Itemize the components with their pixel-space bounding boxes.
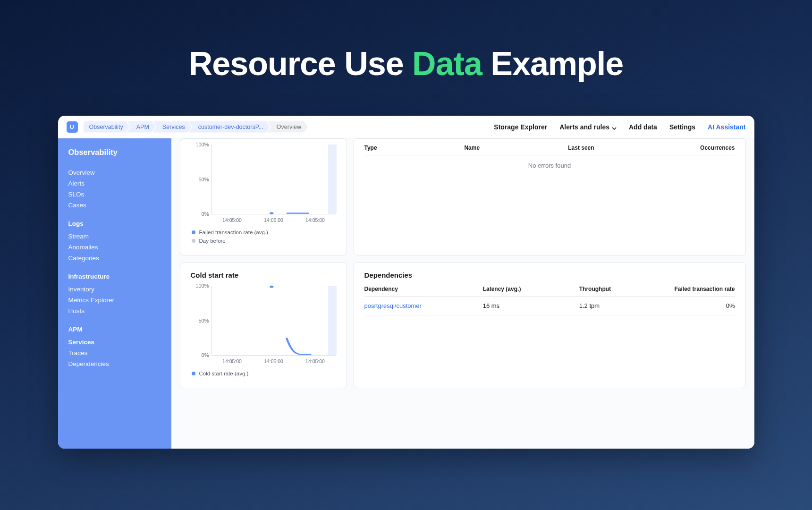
col-latency: Latency (avg.) <box>483 286 579 292</box>
legend-label: Cold start rate (avg.) <box>199 371 249 376</box>
breadcrumb-services[interactable]: Services <box>153 121 192 133</box>
x-tick: 14:05:00 <box>295 217 336 223</box>
sidebar-item-hosts[interactable]: Hosts <box>68 306 161 316</box>
col-type: Type <box>364 144 465 151</box>
sidebar-item-inventory[interactable]: Inventory <box>68 284 161 295</box>
sidebar: Observability Overview Alerts SLOs Cases… <box>58 138 171 449</box>
y-tick-50: 50% <box>191 177 209 182</box>
sidebar-item-cases[interactable]: Cases <box>68 200 161 211</box>
y-tick-100: 100% <box>191 283 209 289</box>
logo-badge[interactable]: U <box>67 121 78 133</box>
sidebar-item-alerts[interactable]: Alerts <box>68 178 161 189</box>
dependency-link[interactable]: posrtgresql/customer <box>364 302 483 309</box>
slide-title-post: Example <box>482 45 623 82</box>
legend-dot-icon <box>192 239 195 243</box>
sidebar-group-logs: Logs <box>68 220 161 227</box>
failed-chart-area: 100% 50% 0% <box>211 144 336 214</box>
failed-transaction-chart-card: 100% 50% 0% 14:05:00 14:05:00 14:05:00 <box>180 138 347 255</box>
cold-chart-area: 100% 50% 0% <box>211 286 336 356</box>
dependency-latency: 16 ms <box>483 302 579 309</box>
legend-label: Day before <box>199 238 226 244</box>
nav-ai-assistant[interactable]: AI Assistant <box>708 123 745 131</box>
errors-card: Type Name Last seen Occurrences No error… <box>354 138 746 255</box>
cold-chart-plot <box>212 286 336 355</box>
cold-chart-legend: Cold start rate (avg.) <box>192 371 336 376</box>
legend-label: Failed transaction rate (avg.) <box>199 230 268 235</box>
sidebar-item-metrics-explorer[interactable]: Metrics Explorer <box>68 295 161 306</box>
sidebar-item-overview[interactable]: Overview <box>68 167 161 178</box>
dependencies-title: Dependencies <box>364 271 735 279</box>
breadcrumb-apm[interactable]: APM <box>127 121 156 133</box>
sidebar-item-slos[interactable]: SLOs <box>68 189 161 200</box>
cold-chart-xticks: 14:05:00 14:05:00 14:05:00 <box>211 358 336 364</box>
x-tick: 14:05:00 <box>253 358 295 364</box>
app-window: U Observability APM Services customer-de… <box>58 116 754 449</box>
chevron-down-icon <box>612 125 617 129</box>
col-dependency: Dependency <box>364 286 483 292</box>
cold-chart: 100% 50% 0% 14:05:00 14:05:00 14:05:00 <box>191 286 336 376</box>
app-body: Observability Overview Alerts SLOs Cases… <box>58 138 754 449</box>
legend-dot-icon <box>192 372 195 375</box>
x-tick: 14:05:00 <box>295 358 336 364</box>
svg-point-2 <box>270 286 273 288</box>
topbar: U Observability APM Services customer-de… <box>58 116 754 138</box>
failed-chart-legend: Failed transaction rate (avg.) Day befor… <box>192 230 336 244</box>
nav-add-data[interactable]: Add data <box>629 123 657 131</box>
col-throughput: Throughput <box>579 286 668 292</box>
y-tick-50: 50% <box>191 318 209 323</box>
legend-item-failed-avg: Failed transaction rate (avg.) <box>192 230 336 235</box>
x-tick: 14:05:00 <box>211 358 253 364</box>
nav-alerts-rules[interactable]: Alerts and rules <box>559 123 617 131</box>
slide-title: Resource Use Data Example <box>189 45 623 83</box>
sidebar-title: Observability <box>68 148 161 157</box>
sidebar-item-categories[interactable]: Categories <box>68 253 161 264</box>
breadcrumb: Observability APM Services customer-dev-… <box>84 121 308 133</box>
breadcrumb-overview[interactable]: Overview <box>267 121 308 133</box>
slide-title-accent: Data <box>412 45 482 82</box>
cold-start-card: Cold start rate 100% 50% 0% <box>180 262 347 388</box>
errors-empty-message: No errors found <box>364 155 735 176</box>
sidebar-item-anomalies[interactable]: Anomalies <box>68 242 161 253</box>
y-tick-100: 100% <box>191 142 209 147</box>
breadcrumb-service-name[interactable]: customer-dev-doctorsP... <box>189 121 270 133</box>
dependency-throughput: 1.2 tpm <box>579 302 668 309</box>
slide-title-pre: Resource Use <box>189 45 412 82</box>
col-last-seen: Last seen <box>568 144 657 151</box>
legend-dot-icon <box>192 230 195 234</box>
col-occurrences: Occurrences <box>657 144 735 151</box>
nav-settings[interactable]: Settings <box>669 123 695 131</box>
failed-chart-plot <box>212 144 336 214</box>
topnav: Storage Explorer Alerts and rules Add da… <box>494 123 745 131</box>
cold-start-title: Cold start rate <box>191 271 336 279</box>
y-tick-0: 0% <box>191 211 209 217</box>
col-name: Name <box>464 144 568 151</box>
deps-table-head: Dependency Latency (avg.) Throughput Fai… <box>364 286 735 297</box>
col-failed-rate: Failed transaction rate <box>668 286 735 292</box>
sidebar-item-dependencies[interactable]: Dependencies <box>68 358 161 369</box>
legend-item-day-before: Day before <box>192 238 336 244</box>
failed-chart: 100% 50% 0% 14:05:00 14:05:00 14:05:00 <box>191 144 336 244</box>
sidebar-group-infrastructure: Infrastructure <box>68 273 161 280</box>
nav-storage-explorer[interactable]: Storage Explorer <box>494 123 547 131</box>
legend-item-cold-avg: Cold start rate (avg.) <box>192 371 336 376</box>
x-tick: 14:05:00 <box>253 217 295 223</box>
svg-point-0 <box>270 212 273 214</box>
nav-alerts-rules-label: Alerts and rules <box>559 123 609 131</box>
dependencies-card: Dependencies Dependency Latency (avg.) T… <box>354 262 746 388</box>
x-tick: 14:05:00 <box>211 217 253 223</box>
errors-table-head: Type Name Last seen Occurrences <box>364 144 735 155</box>
main-content: 100% 50% 0% 14:05:00 14:05:00 14:05:00 <box>171 138 754 449</box>
sidebar-item-services[interactable]: Services <box>68 337 161 348</box>
y-tick-0: 0% <box>191 352 209 358</box>
table-row: posrtgresql/customer 16 ms 1.2 tpm 0% <box>364 297 735 315</box>
sidebar-item-stream[interactable]: Stream <box>68 231 161 242</box>
sidebar-item-traces[interactable]: Traces <box>68 348 161 358</box>
failed-chart-xticks: 14:05:00 14:05:00 14:05:00 <box>211 217 336 223</box>
dependency-failed-rate: 0% <box>668 302 735 309</box>
sidebar-group-apm: APM <box>68 326 161 333</box>
breadcrumb-observability[interactable]: Observability <box>84 121 130 133</box>
